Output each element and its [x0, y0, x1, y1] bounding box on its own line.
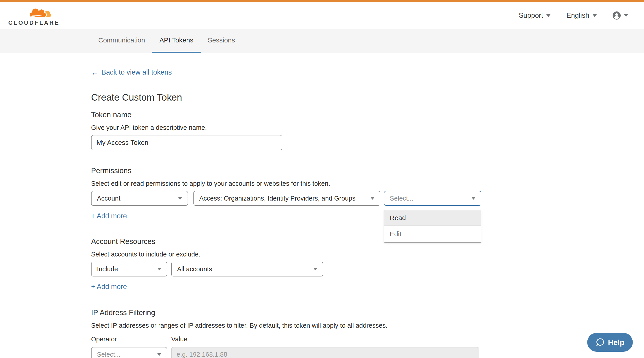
permissions-add-more-link[interactable]: + Add more: [91, 212, 127, 220]
tab-communication[interactable]: Communication: [91, 29, 152, 53]
header: CLOUDFLARE Support English: [0, 2, 644, 29]
permission-access-placeholder: Select...: [390, 195, 468, 202]
main-content: ← Back to view all tokens Create Custom …: [91, 53, 486, 358]
chevron-down-icon: [178, 197, 182, 200]
resource-accounts-select[interactable]: All accounts: [171, 262, 323, 276]
chevron-down-icon: [592, 14, 597, 17]
help-button[interactable]: Help: [587, 333, 633, 352]
resource-accounts-value: All accounts: [177, 265, 310, 273]
permission-scope-value: Account: [97, 195, 174, 202]
brand-wordmark: CLOUDFLARE: [8, 20, 60, 26]
resource-mode-select[interactable]: Include: [91, 262, 167, 276]
cloudflare-logo[interactable]: CLOUDFLARE: [8, 6, 60, 26]
account-resources-description: Select accounts to include or exclude.: [91, 251, 486, 258]
ip-value-input[interactable]: [171, 347, 479, 358]
chevron-down-icon: [370, 197, 374, 200]
back-to-tokens-link[interactable]: ← Back to view all tokens: [91, 68, 172, 76]
ip-filtering-section: IP Address Filtering Select IP addresses…: [91, 309, 486, 358]
tab-sessions[interactable]: Sessions: [200, 29, 242, 53]
top-accent-bar: [0, 0, 644, 2]
chat-bubble-icon: [596, 337, 605, 347]
token-name-description: Give your API token a descriptive name.: [91, 124, 486, 131]
ip-filtering-row: Select...: [91, 347, 486, 358]
menu-option-read[interactable]: Read: [384, 210, 481, 226]
chevron-down-icon: [157, 353, 161, 356]
permission-group-value: Access: Organizations, Identity Provider…: [199, 195, 367, 202]
ip-operator-select[interactable]: Select...: [91, 347, 167, 358]
tab-bar: Communication API Tokens Sessions: [0, 29, 644, 53]
chevron-down-icon: [624, 14, 628, 17]
permission-group-select[interactable]: Access: Organizations, Identity Provider…: [194, 191, 380, 206]
chevron-down-icon: [157, 268, 161, 270]
permissions-heading: Permissions: [91, 167, 486, 175]
account-resources-row: Include All accounts: [91, 262, 486, 276]
page-title: Create Custom Token: [91, 93, 486, 102]
ip-operator-placeholder: Select...: [97, 351, 154, 358]
chevron-down-icon: [313, 268, 317, 270]
back-link-label: Back to view all tokens: [102, 68, 172, 76]
user-avatar-icon: [612, 12, 621, 20]
permission-access-menu: Read Edit: [384, 210, 481, 243]
language-menu[interactable]: English: [566, 12, 597, 20]
permission-access-select[interactable]: Select...: [384, 191, 481, 206]
ip-filtering-description: Select IP addresses or ranges of IP addr…: [91, 322, 486, 329]
resource-mode-value: Include: [97, 265, 154, 273]
permission-access-wrap: Select... Read Edit: [384, 191, 481, 206]
chevron-down-icon: [546, 14, 551, 17]
account-resources-add-more-link[interactable]: + Add more: [91, 283, 127, 291]
operator-label: Operator: [91, 335, 171, 343]
help-button-label: Help: [608, 338, 624, 347]
permissions-row: Account Access: Organizations, Identity …: [91, 191, 486, 206]
permission-scope-select[interactable]: Account: [91, 191, 188, 206]
tab-api-tokens[interactable]: API Tokens: [152, 29, 200, 53]
value-label: Value: [171, 335, 187, 343]
account-menu[interactable]: [612, 12, 628, 20]
menu-option-edit[interactable]: Edit: [384, 226, 481, 242]
arrow-left-icon: ←: [91, 69, 99, 76]
ip-filtering-heading: IP Address Filtering: [91, 309, 486, 317]
header-nav: Support English: [503, 12, 628, 20]
ip-field-labels: Operator Value: [91, 335, 486, 343]
token-name-heading: Token name: [91, 111, 486, 119]
permissions-description: Select edit or read permissions to apply…: [91, 180, 486, 187]
language-label: English: [566, 12, 589, 20]
support-label: Support: [519, 12, 543, 20]
account-resources-section: Account Resources Select accounts to inc…: [91, 238, 486, 291]
chevron-down-icon: [472, 197, 476, 200]
permissions-section: Permissions Select edit or read permissi…: [91, 167, 486, 220]
support-menu[interactable]: Support: [519, 12, 551, 20]
token-name-input[interactable]: [91, 135, 282, 150]
cloudflare-cloud-icon: [28, 6, 54, 19]
